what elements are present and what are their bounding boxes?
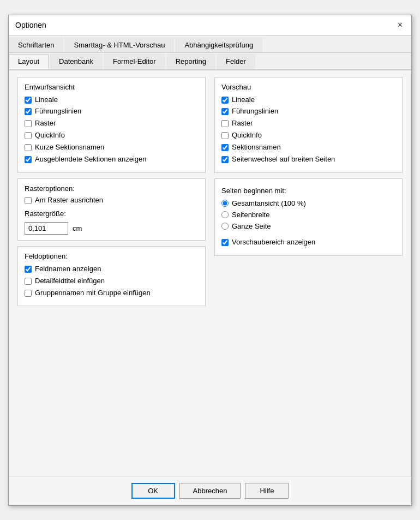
radio-seitenbreite-row: Seitenbreite bbox=[221, 211, 395, 219]
raster-align-label: Am Raster ausrichten bbox=[35, 196, 103, 205]
hilfe-button[interactable]: Hilfe bbox=[245, 483, 289, 499]
radio-gesamtansicht[interactable] bbox=[221, 200, 229, 207]
entwurfsansicht-title: Entwurfsansicht bbox=[25, 83, 199, 91]
feld-detail-row: Detailfeldtitel einfügen bbox=[25, 277, 199, 286]
radio-ganze-seite[interactable] bbox=[221, 223, 229, 230]
radio-ganze-seite-row: Ganze Seite bbox=[221, 222, 395, 230]
vorschau-fuehrung-label: Führungslinien bbox=[232, 107, 278, 116]
entwurf-raster-checkbox[interactable] bbox=[25, 120, 32, 127]
entwurf-lineale-row: Lineale bbox=[25, 95, 199, 105]
abbrechen-button[interactable]: Abbrechen bbox=[179, 483, 241, 499]
tab-datenbank[interactable]: Datenbank bbox=[50, 54, 103, 69]
entwurf-ausgeblendet-label: Ausgeblendete Sektionen anzeigen bbox=[35, 155, 147, 164]
title-bar: Optionen × bbox=[9, 15, 411, 35]
vorschaubereich-label: Vorschaubereich anzeigen bbox=[232, 238, 315, 247]
vorschau-title: Vorschau bbox=[221, 83, 395, 91]
raster-size-input[interactable]: 0,101 bbox=[25, 222, 68, 235]
entwurf-ausgeblendet-row: Ausgeblendete Sektionen anzeigen bbox=[25, 155, 199, 164]
vorschau-quickinfo-checkbox[interactable] bbox=[221, 132, 229, 139]
feld-namen-checkbox[interactable] bbox=[25, 266, 32, 273]
entwurf-quickinfo-row: QuickInfo bbox=[25, 131, 199, 140]
vorschaubereich-row: Vorschaubereich anzeigen bbox=[221, 238, 395, 247]
vorschau-fuehrung-row: Führungslinien bbox=[221, 107, 395, 116]
raster-size-title: Rastergröße: bbox=[25, 210, 66, 218]
feld-detail-label: Detailfeldtitel einfügen bbox=[35, 277, 105, 286]
left-column: Entwurfsansicht Lineale Führungslinien R… bbox=[17, 77, 206, 312]
vorschau-raster-checkbox[interactable] bbox=[221, 120, 229, 127]
two-column-layout: Entwurfsansicht Lineale Führungslinien R… bbox=[17, 77, 403, 312]
raster-unit: cm bbox=[73, 224, 82, 232]
seiten-title: Seiten beginnen mit: bbox=[221, 187, 395, 195]
feld-namen-row: Feldnamen anzeigen bbox=[25, 265, 199, 274]
tab-schriftarten[interactable]: Schriftarten bbox=[9, 37, 63, 52]
feld-gruppe-label: Gruppennamen mit Gruppe einfügen bbox=[35, 289, 151, 298]
entwurf-quickinfo-checkbox[interactable] bbox=[25, 132, 32, 139]
rasteroptionen-section: Rasteroptionen: Am Raster ausrichten Ras… bbox=[17, 178, 206, 241]
ok-button[interactable]: OK bbox=[131, 483, 175, 499]
entwurf-raster-row: Raster bbox=[25, 119, 199, 128]
entwurf-fuehrung-checkbox[interactable] bbox=[25, 108, 32, 115]
feld-namen-label: Feldnamen anzeigen bbox=[35, 265, 101, 274]
bottom-bar: OK Abbrechen Hilfe bbox=[9, 476, 411, 505]
entwurf-kurze-row: Kurze Sektionsnamen bbox=[25, 143, 199, 152]
entwurf-lineale-label: Lineale bbox=[35, 95, 58, 105]
entwurf-kurze-label: Kurze Sektionsnamen bbox=[35, 143, 104, 152]
main-content: Entwurfsansicht Lineale Führungslinien R… bbox=[9, 70, 411, 476]
right-column: Vorschau Lineale Führungslinien Raster bbox=[214, 77, 403, 312]
vorschau-seitenwechsel-row: Seitenwechsel auf breiten Seiten bbox=[221, 155, 395, 164]
feld-detail-checkbox[interactable] bbox=[25, 278, 32, 285]
vorschau-raster-row: Raster bbox=[221, 119, 395, 128]
entwurf-fuehrung-label: Führungslinien bbox=[35, 107, 81, 116]
vorschau-lineale-checkbox[interactable] bbox=[221, 97, 229, 104]
tab-smarttag[interactable]: Smarttag- & HTML-Vorschau bbox=[64, 37, 174, 52]
vorschau-seitenwechsel-label: Seitenwechsel auf breiten Seiten bbox=[232, 155, 335, 164]
entwurf-fuehrung-row: Führungslinien bbox=[25, 107, 199, 116]
options-dialog: Optionen × Schriftarten Smarttag- & HTML… bbox=[8, 15, 412, 506]
feld-gruppe-checkbox[interactable] bbox=[25, 290, 32, 297]
vorschau-seitenwechsel-checkbox[interactable] bbox=[221, 156, 229, 163]
entwurf-ausgeblendet-checkbox[interactable] bbox=[25, 156, 32, 163]
raster-input-row: 0,101 cm bbox=[25, 222, 199, 235]
vorschau-lineale-label: Lineale bbox=[232, 95, 255, 105]
tab-layout[interactable]: Layout bbox=[9, 54, 49, 69]
vorschau-quickinfo-row: QuickInfo bbox=[221, 131, 395, 140]
feldoptionen-section: Feldoptionen: Feldnamen anzeigen Detailf… bbox=[17, 246, 206, 307]
feldoptionen-title: Feldoptionen: bbox=[25, 252, 199, 260]
radio-seitenbreite[interactable] bbox=[221, 211, 229, 218]
entwurf-raster-label: Raster bbox=[35, 119, 56, 128]
tab-row-1: Schriftarten Smarttag- & HTML-Vorschau A… bbox=[9, 35, 411, 53]
vorschau-fuehrung-checkbox[interactable] bbox=[221, 108, 229, 115]
raster-size-row: Rastergröße: bbox=[25, 210, 199, 218]
vorschau-quickinfo-label: QuickInfo bbox=[232, 131, 262, 140]
radio-gesamtansicht-row: Gesamtansicht (100 %) bbox=[221, 199, 395, 207]
raster-align-checkbox[interactable] bbox=[25, 197, 32, 204]
radio-ganze-seite-label: Ganze Seite bbox=[232, 222, 271, 230]
radio-gesamtansicht-label: Gesamtansicht (100 %) bbox=[232, 199, 306, 207]
tab-row-2: Layout Datenbank Formel-Editor Reporting… bbox=[9, 53, 411, 70]
vorschau-sektionsnamen-label: Sektionsnamen bbox=[232, 143, 281, 152]
vorschaubereich-checkbox[interactable] bbox=[221, 239, 229, 246]
tab-formel[interactable]: Formel-Editor bbox=[104, 54, 165, 69]
entwurfsansicht-section: Entwurfsansicht Lineale Führungslinien R… bbox=[17, 77, 206, 173]
entwurf-quickinfo-label: QuickInfo bbox=[35, 131, 65, 140]
vorschau-section: Vorschau Lineale Führungslinien Raster bbox=[214, 77, 403, 173]
tab-abhaengigkeit[interactable]: Abhängigkeitsprüfung bbox=[175, 37, 262, 52]
vorschau-raster-label: Raster bbox=[232, 119, 253, 128]
feld-gruppe-row: Gruppennamen mit Gruppe einfügen bbox=[25, 289, 199, 298]
vorschau-lineale-row: Lineale bbox=[221, 95, 395, 105]
radio-seitenbreite-label: Seitenbreite bbox=[232, 211, 269, 219]
raster-align-row: Am Raster ausrichten bbox=[25, 196, 199, 205]
tab-reporting[interactable]: Reporting bbox=[166, 54, 215, 69]
close-button[interactable]: × bbox=[395, 20, 405, 31]
vorschau-sektionsnamen-checkbox[interactable] bbox=[221, 144, 229, 151]
dialog-title: Optionen bbox=[15, 21, 46, 29]
seiten-section: Seiten beginnen mit: Gesamtansicht (100 … bbox=[214, 178, 403, 256]
vorschau-sektionsnamen-row: Sektionsnamen bbox=[221, 143, 395, 152]
tab-felder[interactable]: Felder bbox=[217, 54, 255, 69]
entwurf-lineale-checkbox[interactable] bbox=[25, 97, 32, 104]
entwurf-kurze-checkbox[interactable] bbox=[25, 144, 32, 151]
rasteroptionen-title: Rasteroptionen: bbox=[25, 184, 199, 193]
